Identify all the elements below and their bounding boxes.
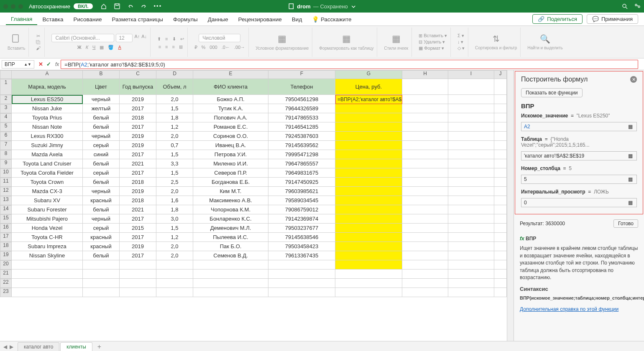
data-cell[interactable]: белый [83,205,120,214]
empty-cell[interactable] [402,104,448,113]
insert-cells[interactable]: ⊞ Вставить ▾ [419,33,447,38]
empty-cell[interactable] [494,113,507,122]
empty-cell[interactable] [494,260,507,270]
price-cell[interactable] [335,233,402,242]
data-cell[interactable]: Петрова У.И. [193,150,268,159]
data-cell[interactable]: Toyota Land Cruiser [12,159,83,168]
col-header-A[interactable]: A [12,70,83,79]
empty-cell[interactable] [268,279,335,288]
price-cell[interactable] [335,205,402,214]
data-cell[interactable]: 2017 [120,214,156,224]
price-cell[interactable] [335,132,402,141]
data-cell[interactable]: Toyota C-HR [12,233,83,242]
data-cell[interactable]: 2018 [120,113,156,122]
data-cell[interactable]: 79245387603 [268,132,335,141]
empty-cell[interactable] [402,159,448,168]
find-select[interactable]: 🔍Найти и выделить [524,28,566,57]
data-cell[interactable]: 2,0 [156,251,193,260]
range-select-icon[interactable]: ▦ [628,176,634,182]
data-cell[interactable]: Тутик К.А. [193,104,268,113]
empty-cell[interactable] [83,260,120,270]
sheet-next-icon[interactable]: ▶ [10,344,13,350]
close-panel-icon[interactable]: ✕ [630,76,637,83]
decrease-font-icon[interactable]: A↓ [141,34,147,42]
empty-cell[interactable] [83,279,120,288]
data-cell[interactable]: 2017 [120,150,156,159]
align-top-icon[interactable]: ⬆ [157,36,161,42]
empty-cell[interactable] [448,260,494,270]
empty-cell[interactable] [448,288,494,297]
empty-cell[interactable] [402,214,448,224]
data-cell[interactable]: Миленко И.И. [193,159,268,168]
data-cell[interactable]: Subaru Forester [12,205,83,214]
font-family-select[interactable]: Calibri (Основной... [51,34,114,42]
empty-cell[interactable] [448,159,494,168]
tell-me[interactable]: 💡 Расскажите [307,13,356,25]
empty-cell[interactable] [268,270,335,279]
autosave-toggle[interactable]: Автосохранение ВКЛ. [29,3,93,10]
data-cell[interactable]: 2019 [120,141,156,150]
data-cell[interactable]: Соринов О.О. [193,132,268,141]
col-header-C[interactable]: C [120,70,156,79]
data-cell[interactable]: красный [83,242,120,251]
row-header[interactable]: 22 [0,279,12,288]
empty-cell[interactable] [402,95,448,104]
close-window[interactable] [3,4,8,9]
data-cell[interactable]: Honda Vezel [12,224,83,233]
format-painter-icon[interactable]: 🖌 [36,46,41,51]
row-header[interactable]: 2 [0,95,12,104]
data-cell[interactable]: серый [83,168,120,178]
copy-icon[interactable]: ⿻ [36,40,41,45]
empty-cell[interactable] [448,279,494,288]
price-cell[interactable] [335,104,402,113]
empty-cell[interactable] [12,279,83,288]
data-cell[interactable]: Lexus RX300 [12,132,83,141]
data-cell[interactable]: серый [83,141,120,150]
data-cell[interactable]: черный [83,187,120,196]
empty-cell[interactable] [494,242,507,251]
column-header-cell[interactable]: Цена, руб. [335,79,402,95]
column-header-cell[interactable]: Объем, л [156,79,193,95]
data-cell[interactable]: белый [83,122,120,132]
data-cell[interactable]: Деменович М.Л. [193,224,268,233]
data-cell[interactable]: 79145638546 [268,233,335,242]
comments-button[interactable]: 💬 Примечания [587,14,638,24]
data-cell[interactable]: Toyota Crown [12,178,83,187]
data-cell[interactable]: 79145639562 [268,141,335,150]
data-cell[interactable]: Toyota Corolla Fielder [12,168,83,178]
empty-cell[interactable] [83,288,120,297]
sort-filter[interactable]: ⇅Сортировка и фильтр [472,28,521,57]
data-cell[interactable]: Subaru XV [12,196,83,205]
data-cell[interactable]: Бонларенко К.С. [193,214,268,224]
data-cell[interactable]: 2,0 [156,187,193,196]
data-cell[interactable]: 79146541285 [268,122,335,132]
data-cell[interactable]: 2021 [120,205,156,214]
search-icon[interactable] [621,3,628,10]
empty-cell[interactable] [494,122,507,132]
done-button[interactable]: Готово [613,219,638,228]
data-cell[interactable]: 79503237677 [268,224,335,233]
price-cell[interactable] [335,122,402,132]
data-cell[interactable]: Попович А.А. [193,113,268,122]
italic-icon[interactable]: К [86,45,88,50]
data-cell[interactable]: 2,0 [156,132,193,141]
price-cell[interactable] [335,168,402,178]
align-middle-icon[interactable]: ≡ [165,36,168,42]
sheet-tab-clients[interactable]: клиенты [60,342,92,351]
empty-cell[interactable] [448,214,494,224]
zoom-window[interactable] [18,4,23,9]
empty-cell[interactable] [193,270,268,279]
empty-cell[interactable] [402,187,448,196]
data-cell[interactable]: Иванец В.А. [193,141,268,150]
data-cell[interactable]: 2,0 [156,242,193,251]
empty-cell[interactable] [494,104,507,113]
data-cell[interactable]: 2018 [120,178,156,187]
empty-cell[interactable] [448,242,494,251]
empty-cell[interactable] [402,270,448,279]
empty-cell[interactable] [120,270,156,279]
column-header-cell[interactable]: Цвет [83,79,120,95]
data-cell[interactable]: 2018 [120,196,156,205]
share-icon[interactable] [634,3,641,10]
empty-cell[interactable] [335,288,402,297]
row-header[interactable]: 5 [0,122,12,132]
